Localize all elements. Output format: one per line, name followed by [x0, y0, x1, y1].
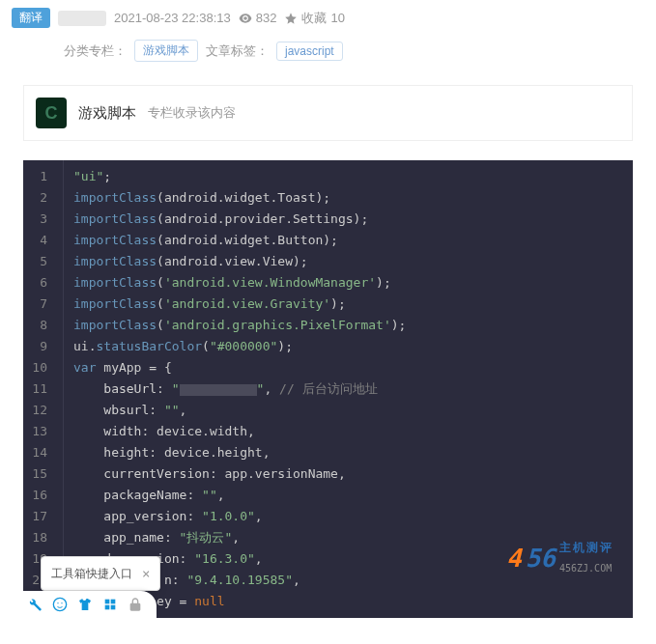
code-line: currentVersion: app.versionName,: [73, 463, 623, 485]
tooltip-close-icon[interactable]: ×: [142, 563, 150, 584]
lock-icon[interactable]: [128, 597, 143, 612]
svg-point-0: [53, 598, 66, 610]
shirt-icon[interactable]: [77, 597, 93, 612]
favorites-stat[interactable]: 收藏 10: [284, 10, 344, 27]
tooltip-text: 工具箱快捷入口: [51, 563, 132, 584]
line-number: 8: [23, 315, 53, 336]
code-line: "ui";: [73, 166, 623, 187]
line-number: 17: [23, 506, 53, 527]
favorites-count: 10: [330, 11, 344, 25]
line-number: 4: [23, 230, 53, 251]
line-number: 7: [23, 294, 53, 315]
line-number: 13: [23, 421, 53, 442]
code-line: importClass(android.view.View);: [73, 251, 623, 272]
article-header: 翻译 2021-08-23 22:38:13 832 收藏 10: [0, 0, 656, 36]
grid-icon[interactable]: [102, 597, 118, 612]
line-number: 9: [23, 336, 53, 357]
code-block: 123456789101112131415161718192021 "ui";i…: [23, 160, 633, 618]
svg-rect-3: [105, 600, 110, 604]
code-line: ui.statusBarColor("#000000");: [73, 336, 623, 357]
code-line: wbsurl: "",: [73, 400, 623, 421]
line-number: 5: [23, 251, 53, 272]
code-line: importClass(android.widget.Toast);: [73, 187, 623, 209]
column-section[interactable]: C 游戏脚本 专栏收录该内容: [23, 85, 633, 141]
column-title: 游戏脚本: [78, 104, 136, 123]
views-count: 832: [256, 11, 277, 25]
code-line: importClass(android.widget.Button);: [73, 230, 623, 251]
toolbox-tooltip: 工具箱快捷入口 ×: [41, 556, 160, 591]
code-line: importClass(android.provider.Settings);: [73, 209, 623, 230]
code-line: var myApp = {: [73, 357, 623, 378]
line-number: 18: [23, 527, 53, 548]
column-icon: C: [36, 98, 67, 128]
author-name-redacted: [58, 11, 106, 26]
code-line: importClass('android.graphics.PixelForma…: [73, 315, 623, 336]
category-tag[interactable]: 游戏脚本: [134, 40, 198, 62]
eye-icon: [239, 12, 252, 25]
code-line: height: device.height,: [73, 442, 623, 463]
line-number: 6: [23, 272, 53, 294]
line-number: 3: [23, 209, 53, 230]
tag-label: 文章标签：: [206, 42, 269, 60]
svg-rect-6: [111, 605, 116, 610]
line-number: 15: [23, 463, 53, 485]
line-number: 2: [23, 187, 53, 209]
column-subtitle: 专栏收录该内容: [148, 104, 236, 122]
line-number: 12: [23, 400, 53, 421]
smile-icon[interactable]: [52, 597, 68, 612]
watermark-num1: 4: [506, 547, 522, 569]
svg-rect-4: [111, 600, 116, 604]
code-line: app_version: "1.0.0",: [73, 506, 623, 527]
publish-timestamp: 2021-08-23 22:38:13: [114, 11, 231, 25]
translate-button[interactable]: 翻译: [12, 8, 50, 28]
watermark-title: 主机测评: [559, 537, 613, 558]
category-label: 分类专栏：: [64, 42, 127, 60]
line-number: 10: [23, 357, 53, 378]
code-line: importClass('android.view.WindowManager'…: [73, 272, 623, 294]
wrench-icon[interactable]: [27, 597, 43, 612]
svg-point-1: [57, 602, 58, 603]
code-line: baseUrl: "", // 后台访问地址: [73, 378, 623, 400]
favorites-label: 收藏: [301, 10, 327, 27]
line-number: 14: [23, 442, 53, 463]
watermark-num2: 56: [526, 547, 556, 569]
views-stat: 832: [239, 11, 277, 25]
bottom-toolbar: [23, 591, 157, 618]
code-line: width: device.width,: [73, 421, 623, 442]
article-tag[interactable]: javascript: [276, 42, 343, 61]
line-numbers: 123456789101112131415161718192021: [23, 160, 64, 618]
svg-point-2: [61, 602, 62, 603]
code-line: importClass('android.view.Gravity');: [73, 294, 623, 315]
line-number: 16: [23, 485, 53, 506]
svg-rect-5: [105, 605, 110, 610]
star-icon: [284, 12, 298, 25]
watermark-url: 456ZJ.COM: [559, 558, 613, 579]
article-meta: 分类专栏： 游戏脚本 文章标签： javascript: [0, 36, 656, 73]
code-line: packageName: "",: [73, 485, 623, 506]
watermark: 456 主机测评 456ZJ.COM: [506, 537, 613, 579]
line-number: 11: [23, 378, 53, 400]
line-number: 1: [23, 166, 53, 187]
